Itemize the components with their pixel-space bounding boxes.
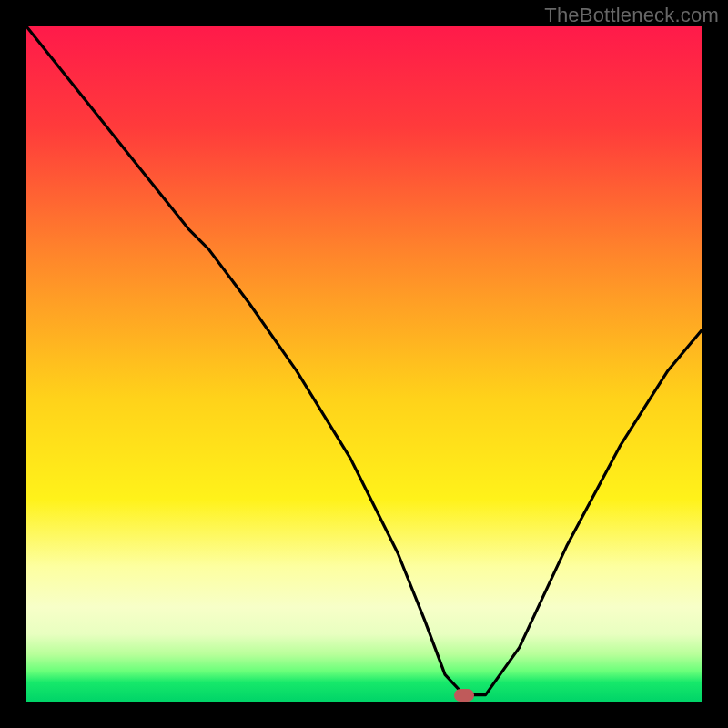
watermark-text: TheBottleneck.com [544,4,719,27]
bottleneck-curve [26,26,702,702]
plot-area [26,26,702,702]
optimal-point-marker [454,689,474,702]
chart-stage: TheBottleneck.com [0,0,728,728]
